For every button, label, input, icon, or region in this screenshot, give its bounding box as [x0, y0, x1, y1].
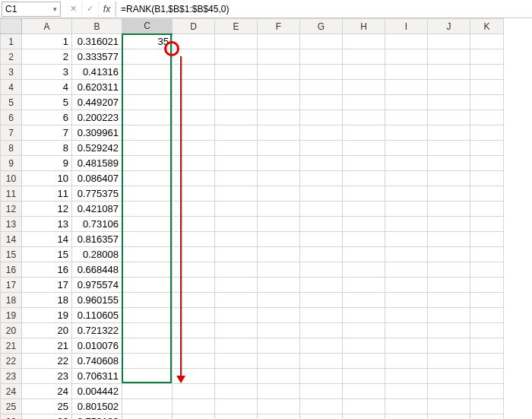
cell-A12[interactable]: 12 — [22, 202, 72, 217]
cell-E17[interactable] — [215, 278, 258, 293]
row-header[interactable]: 12 — [1, 202, 22, 217]
cell-C1[interactable]: 35 — [122, 34, 173, 49]
cell-I21[interactable] — [385, 338, 428, 354]
row-header[interactable]: 11 — [1, 186, 22, 202]
cell-C20[interactable] — [122, 323, 173, 338]
cell-K8[interactable] — [470, 141, 504, 156]
row-header[interactable]: 21 — [1, 338, 22, 354]
cell-C2[interactable] — [122, 49, 173, 65]
cell-C22[interactable] — [122, 354, 173, 369]
cell-A19[interactable]: 19 — [22, 308, 72, 323]
cell-F5[interactable] — [258, 95, 300, 110]
cell-A5[interactable]: 5 — [22, 95, 72, 110]
cell-H7[interactable] — [343, 125, 385, 141]
cell-H21[interactable] — [343, 338, 385, 354]
cell-G12[interactable] — [300, 202, 343, 217]
cell-J7[interactable] — [428, 125, 470, 141]
cell-E21[interactable] — [215, 338, 258, 354]
cell-B6[interactable]: 0.200223 — [72, 110, 122, 125]
cell-C3[interactable] — [122, 65, 173, 80]
cell-J12[interactable] — [428, 202, 470, 217]
cell-E2[interactable] — [215, 49, 258, 65]
cell-J26[interactable] — [428, 414, 470, 420]
cell-I18[interactable] — [385, 293, 428, 308]
cell-I24[interactable] — [385, 384, 428, 399]
cell-D7[interactable] — [173, 125, 215, 141]
cell-F16[interactable] — [258, 262, 300, 278]
cell-E1[interactable] — [215, 34, 258, 49]
cell-G16[interactable] — [300, 262, 343, 278]
cell-E15[interactable] — [215, 247, 258, 262]
cell-F2[interactable] — [258, 49, 300, 65]
cell-F20[interactable] — [258, 323, 300, 338]
cell-K17[interactable] — [470, 278, 504, 293]
cell-J22[interactable] — [428, 354, 470, 369]
cell-H6[interactable] — [343, 110, 385, 125]
cell-K2[interactable] — [470, 49, 504, 65]
row-header[interactable]: 16 — [1, 262, 22, 278]
row-header[interactable]: 24 — [1, 384, 22, 399]
cell-G13[interactable] — [300, 217, 343, 232]
col-header-B[interactable]: B — [72, 19, 122, 34]
cell-D5[interactable] — [173, 95, 215, 110]
cell-D21[interactable] — [173, 338, 215, 354]
cell-G20[interactable] — [300, 323, 343, 338]
cell-F21[interactable] — [258, 338, 300, 354]
cell-E10[interactable] — [215, 171, 258, 186]
cell-C17[interactable] — [122, 278, 173, 293]
cell-C9[interactable] — [122, 156, 173, 171]
cell-F12[interactable] — [258, 202, 300, 217]
cell-I26[interactable] — [385, 414, 428, 420]
cell-A18[interactable]: 18 — [22, 293, 72, 308]
cell-I9[interactable] — [385, 156, 428, 171]
row-header[interactable]: 19 — [1, 308, 22, 323]
cell-F1[interactable] — [258, 34, 300, 49]
cell-F23[interactable] — [258, 369, 300, 384]
col-header-H[interactable]: H — [343, 19, 385, 34]
cell-E23[interactable] — [215, 369, 258, 384]
cell-I6[interactable] — [385, 110, 428, 125]
cell-F25[interactable] — [258, 399, 300, 414]
cell-D22[interactable] — [173, 354, 215, 369]
cell-B26[interactable]: 0.753132 — [72, 414, 122, 420]
cell-F15[interactable] — [258, 247, 300, 262]
col-header-G[interactable]: G — [300, 19, 343, 34]
cell-F17[interactable] — [258, 278, 300, 293]
cell-H1[interactable] — [343, 34, 385, 49]
cell-A25[interactable]: 25 — [22, 399, 72, 414]
cell-C15[interactable] — [122, 247, 173, 262]
cell-H23[interactable] — [343, 369, 385, 384]
cell-K1[interactable] — [470, 34, 504, 49]
cell-C12[interactable] — [122, 202, 173, 217]
cell-B1[interactable]: 0.316021 — [72, 34, 122, 49]
row-header[interactable]: 26 — [1, 414, 22, 420]
cell-C4[interactable] — [122, 80, 173, 95]
cell-G21[interactable] — [300, 338, 343, 354]
row-header[interactable]: 13 — [1, 217, 22, 232]
cell-C25[interactable] — [122, 399, 173, 414]
cell-B10[interactable]: 0.086407 — [72, 171, 122, 186]
cell-J13[interactable] — [428, 217, 470, 232]
cell-J18[interactable] — [428, 293, 470, 308]
cell-J10[interactable] — [428, 171, 470, 186]
cell-J6[interactable] — [428, 110, 470, 125]
cell-I1[interactable] — [385, 34, 428, 49]
cell-D11[interactable] — [173, 186, 215, 202]
cell-H17[interactable] — [343, 278, 385, 293]
cell-A6[interactable]: 6 — [22, 110, 72, 125]
col-header-D[interactable]: D — [173, 19, 215, 34]
cell-F8[interactable] — [258, 141, 300, 156]
cell-A23[interactable]: 23 — [22, 369, 72, 384]
select-all-corner[interactable] — [1, 19, 22, 34]
cell-K26[interactable] — [470, 414, 504, 420]
cell-J15[interactable] — [428, 247, 470, 262]
cell-E6[interactable] — [215, 110, 258, 125]
row-header[interactable]: 10 — [1, 171, 22, 186]
cell-C26[interactable] — [122, 414, 173, 420]
cell-E4[interactable] — [215, 80, 258, 95]
cell-F10[interactable] — [258, 171, 300, 186]
cell-A26[interactable]: 26 — [22, 414, 72, 420]
cell-A21[interactable]: 21 — [22, 338, 72, 354]
cell-K22[interactable] — [470, 354, 504, 369]
cell-A13[interactable]: 13 — [22, 217, 72, 232]
